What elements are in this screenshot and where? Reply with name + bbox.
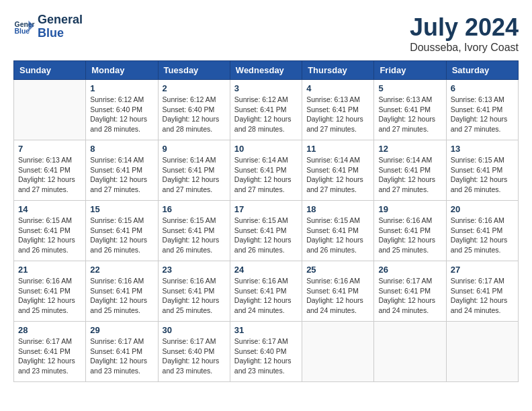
day-cell: [14, 80, 86, 140]
day-info: Sunrise: 6:17 AMSunset: 6:41 PMDaylight:…: [451, 276, 514, 316]
weekday-header-row: SundayMondayTuesdayWednesdayThursdayFrid…: [14, 61, 519, 80]
day-cell: 18Sunrise: 6:15 AMSunset: 6:41 PMDayligh…: [302, 201, 374, 261]
day-info: Sunrise: 6:14 AMSunset: 6:41 PMDaylight:…: [234, 155, 298, 195]
day-cell: 16Sunrise: 6:15 AMSunset: 6:41 PMDayligh…: [158, 201, 230, 261]
day-cell: 1Sunrise: 6:12 AMSunset: 6:40 PMDaylight…: [86, 80, 158, 140]
day-info: Sunrise: 6:17 AMSunset: 6:40 PMDaylight:…: [163, 336, 226, 376]
day-info: Sunrise: 6:16 AMSunset: 6:41 PMDaylight:…: [234, 276, 298, 316]
day-cell: 12Sunrise: 6:14 AMSunset: 6:41 PMDayligh…: [374, 140, 446, 201]
day-cell: 11Sunrise: 6:14 AMSunset: 6:41 PMDayligh…: [302, 140, 374, 201]
day-info: Sunrise: 6:15 AMSunset: 6:41 PMDaylight:…: [306, 216, 369, 255]
day-cell: 21Sunrise: 6:16 AMSunset: 6:41 PMDayligh…: [14, 261, 86, 322]
day-info: Sunrise: 6:15 AMSunset: 6:41 PMDaylight:…: [234, 216, 298, 255]
weekday-header-saturday: Saturday: [446, 61, 518, 80]
day-number: 27: [451, 265, 514, 275]
day-info: Sunrise: 6:16 AMSunset: 6:41 PMDaylight:…: [163, 276, 226, 316]
day-info: Sunrise: 6:15 AMSunset: 6:41 PMDaylight:…: [90, 216, 153, 255]
day-info: Sunrise: 6:17 AMSunset: 6:41 PMDaylight:…: [378, 276, 441, 316]
day-cell: 8Sunrise: 6:14 AMSunset: 6:41 PMDaylight…: [86, 140, 158, 201]
day-number: 12: [378, 144, 441, 154]
day-info: Sunrise: 6:15 AMSunset: 6:41 PMDaylight:…: [163, 216, 226, 255]
week-row-1: 1Sunrise: 6:12 AMSunset: 6:40 PMDaylight…: [14, 80, 519, 140]
weekday-header-tuesday: Tuesday: [158, 61, 230, 80]
day-number: 19: [378, 204, 441, 214]
day-number: 16: [163, 204, 226, 214]
day-info: Sunrise: 6:13 AMSunset: 6:41 PMDaylight:…: [306, 95, 369, 134]
day-cell: 6Sunrise: 6:13 AMSunset: 6:41 PMDaylight…: [446, 80, 518, 140]
day-cell: 13Sunrise: 6:15 AMSunset: 6:41 PMDayligh…: [446, 140, 518, 201]
weekday-header-monday: Monday: [86, 61, 158, 80]
day-cell: 29Sunrise: 6:17 AMSunset: 6:41 PMDayligh…: [86, 322, 158, 382]
day-number: 6: [451, 83, 514, 93]
week-row-5: 28Sunrise: 6:17 AMSunset: 6:41 PMDayligh…: [14, 322, 519, 382]
day-cell: 25Sunrise: 6:16 AMSunset: 6:41 PMDayligh…: [302, 261, 374, 322]
day-number: 3: [234, 83, 298, 93]
weekday-header-sunday: Sunday: [14, 61, 86, 80]
day-number: 29: [90, 325, 153, 335]
day-cell: 26Sunrise: 6:17 AMSunset: 6:41 PMDayligh…: [374, 261, 446, 322]
day-info: Sunrise: 6:16 AMSunset: 6:41 PMDaylight:…: [306, 276, 369, 316]
day-cell: [446, 322, 518, 382]
day-number: 7: [18, 144, 81, 154]
week-row-3: 14Sunrise: 6:15 AMSunset: 6:41 PMDayligh…: [14, 201, 519, 261]
day-info: Sunrise: 6:16 AMSunset: 6:41 PMDaylight:…: [451, 216, 514, 255]
day-info: Sunrise: 6:14 AMSunset: 6:41 PMDaylight:…: [90, 155, 153, 195]
location: Dousseba, Ivory Coast: [410, 42, 519, 54]
day-number: 13: [451, 144, 514, 154]
day-cell: 10Sunrise: 6:14 AMSunset: 6:41 PMDayligh…: [230, 140, 302, 201]
day-number: 18: [306, 204, 369, 214]
day-cell: 9Sunrise: 6:14 AMSunset: 6:41 PMDaylight…: [158, 140, 230, 201]
day-info: Sunrise: 6:12 AMSunset: 6:41 PMDaylight:…: [234, 95, 298, 134]
svg-text:Blue: Blue: [15, 28, 30, 35]
day-number: 20: [451, 204, 514, 214]
weekday-header-friday: Friday: [374, 61, 446, 80]
month-year: July 2024: [410, 13, 519, 42]
day-info: Sunrise: 6:14 AMSunset: 6:41 PMDaylight:…: [163, 155, 226, 195]
day-cell: 17Sunrise: 6:15 AMSunset: 6:41 PMDayligh…: [230, 201, 302, 261]
week-row-2: 7Sunrise: 6:13 AMSunset: 6:41 PMDaylight…: [14, 140, 519, 201]
day-cell: 22Sunrise: 6:16 AMSunset: 6:41 PMDayligh…: [86, 261, 158, 322]
day-number: 31: [234, 325, 298, 335]
logo-blue: Blue: [38, 27, 83, 40]
day-cell: 15Sunrise: 6:15 AMSunset: 6:41 PMDayligh…: [86, 201, 158, 261]
week-row-4: 21Sunrise: 6:16 AMSunset: 6:41 PMDayligh…: [14, 261, 519, 322]
day-number: 22: [90, 265, 153, 275]
day-info: Sunrise: 6:15 AMSunset: 6:41 PMDaylight:…: [451, 155, 514, 195]
day-info: Sunrise: 6:12 AMSunset: 6:40 PMDaylight:…: [163, 95, 226, 134]
logo-general: General: [38, 13, 83, 27]
day-info: Sunrise: 6:13 AMSunset: 6:41 PMDaylight:…: [18, 155, 81, 195]
day-number: 14: [18, 204, 81, 214]
day-cell: 28Sunrise: 6:17 AMSunset: 6:41 PMDayligh…: [14, 322, 86, 382]
day-number: 5: [378, 83, 441, 93]
day-number: 28: [18, 325, 81, 335]
day-cell: 14Sunrise: 6:15 AMSunset: 6:41 PMDayligh…: [14, 201, 86, 261]
day-info: Sunrise: 6:16 AMSunset: 6:41 PMDaylight:…: [18, 276, 81, 316]
calendar: SundayMondayTuesdayWednesdayThursdayFrid…: [13, 60, 519, 382]
day-cell: [302, 322, 374, 382]
day-cell: 30Sunrise: 6:17 AMSunset: 6:40 PMDayligh…: [158, 322, 230, 382]
day-number: 4: [306, 83, 369, 93]
day-number: 25: [306, 265, 369, 275]
day-info: Sunrise: 6:15 AMSunset: 6:41 PMDaylight:…: [18, 216, 81, 255]
day-cell: 20Sunrise: 6:16 AMSunset: 6:41 PMDayligh…: [446, 201, 518, 261]
day-number: 2: [163, 83, 226, 93]
day-cell: 2Sunrise: 6:12 AMSunset: 6:40 PMDaylight…: [158, 80, 230, 140]
day-cell: 5Sunrise: 6:13 AMSunset: 6:41 PMDaylight…: [374, 80, 446, 140]
header: General Blue General Blue July 2024 Dous…: [13, 13, 519, 54]
day-info: Sunrise: 6:14 AMSunset: 6:41 PMDaylight:…: [378, 155, 441, 195]
day-cell: 23Sunrise: 6:16 AMSunset: 6:41 PMDayligh…: [158, 261, 230, 322]
day-number: 11: [306, 144, 369, 154]
day-cell: 31Sunrise: 6:17 AMSunset: 6:40 PMDayligh…: [230, 322, 302, 382]
day-cell: 3Sunrise: 6:12 AMSunset: 6:41 PMDaylight…: [230, 80, 302, 140]
day-info: Sunrise: 6:14 AMSunset: 6:41 PMDaylight:…: [306, 155, 369, 195]
day-cell: [374, 322, 446, 382]
day-number: 10: [234, 144, 298, 154]
day-number: 1: [90, 83, 153, 93]
day-info: Sunrise: 6:13 AMSunset: 6:41 PMDaylight:…: [451, 95, 514, 134]
day-info: Sunrise: 6:13 AMSunset: 6:41 PMDaylight:…: [378, 95, 441, 134]
day-cell: 7Sunrise: 6:13 AMSunset: 6:41 PMDaylight…: [14, 140, 86, 201]
day-cell: 27Sunrise: 6:17 AMSunset: 6:41 PMDayligh…: [446, 261, 518, 322]
day-number: 9: [163, 144, 226, 154]
day-number: 8: [90, 144, 153, 154]
day-info: Sunrise: 6:16 AMSunset: 6:41 PMDaylight:…: [90, 276, 153, 316]
